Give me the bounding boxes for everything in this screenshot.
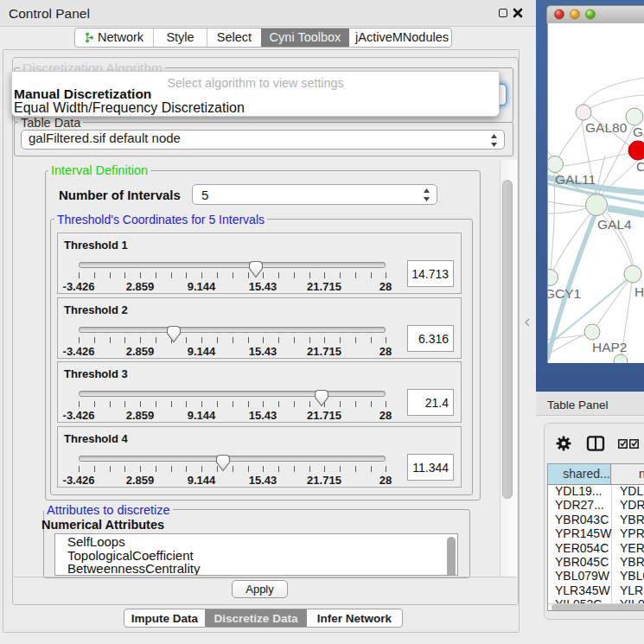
svg-text:C: C <box>636 159 644 174</box>
svg-text:HAP2: HAP2 <box>592 340 628 354</box>
svg-text:H: H <box>634 284 644 299</box>
svg-text:GAL80: GAL80 <box>585 120 628 135</box>
svg-text:GCY1: GCY1 <box>548 286 581 301</box>
svg-text:GA: GA <box>633 124 644 139</box>
svg-text:GAL4: GAL4 <box>597 217 632 232</box>
svg-text:GAL11: GAL11 <box>555 172 596 187</box>
